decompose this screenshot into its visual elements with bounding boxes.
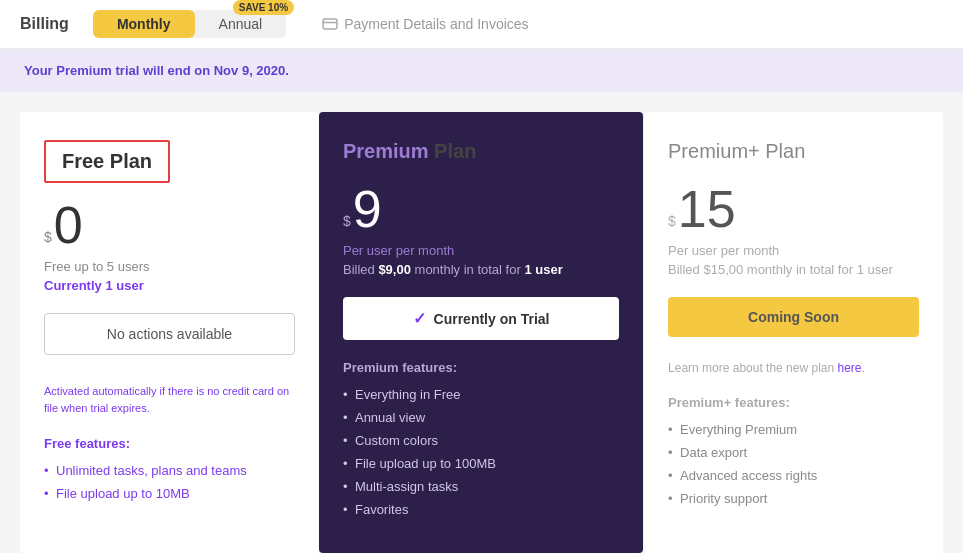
list-item: Data export [668,445,919,460]
list-item: File upload up to 100MB [343,456,619,471]
free-currently-value: 1 user [105,278,143,293]
premium-features-list: Everything in Free Annual view Custom co… [343,387,619,517]
page-wrapper: Billing Monthly Annual SAVE 10% Payment … [0,0,963,553]
premium-plus-plan-card: Premium+ Plan $ 15 Per user per month Bi… [643,112,943,553]
trial-banner-text-before: Your Premium trial will end on [24,63,214,78]
trial-button[interactable]: ✓ Currently on Trial [343,297,619,340]
list-item: Everything Premium [668,422,919,437]
header: Billing Monthly Annual SAVE 10% Payment … [0,0,963,49]
free-features-list: Unlimited tasks, plans and teams File up… [44,463,295,501]
trial-banner: Your Premium trial will end on Nov 9, 20… [0,49,963,92]
premium-billed: Billed $9,00 monthly in total for 1 user [343,262,619,277]
premium-plan-title: Premium Plan [343,140,619,163]
list-item: Everything in Free [343,387,619,402]
list-item: Unlimited tasks, plans and teams [44,463,295,478]
free-plan-title-box: Free Plan [44,140,170,183]
free-price-row: $ 0 [44,199,295,251]
billing-toggle: Monthly Annual SAVE 10% [93,10,286,38]
premium-plus-price-sign: $ [668,213,676,229]
premium-title-rest: Plan [429,140,477,162]
payment-icon [322,16,338,32]
premium-price-row: $ 9 [343,183,619,235]
list-item: Multi-assign tasks [343,479,619,494]
free-note-text: Activated automatically if there is no c… [44,385,289,414]
free-price-number: 0 [54,199,83,251]
premium-price-sign: $ [343,213,351,229]
list-item: File upload up to 10MB [44,486,295,501]
list-item: Advanced access rights [668,468,919,483]
billing-label: Billing [20,15,69,33]
premium-plus-price-number: 15 [678,183,736,235]
premium-plus-billed: Billed $15,00 monthly in total for 1 use… [668,262,919,277]
svg-rect-0 [323,19,337,29]
free-plan-card: Free Plan $ 0 Free up to 5 users Current… [20,112,319,553]
trial-banner-date: Nov 9, 2020 [214,63,286,78]
free-currently: Currently 1 user [44,278,295,293]
trial-banner-text-after: . [285,63,289,78]
coming-soon-link[interactable]: here [837,361,861,375]
payment-link-label: Payment Details and Invoices [344,16,528,32]
premium-plus-price-row: $ 15 [668,183,919,235]
premium-plus-subtitle: Per user per month [668,243,919,258]
free-currently-label: Currently [44,278,105,293]
free-up-to: Free up to 5 users [44,259,295,274]
premium-price-number: 9 [353,183,382,235]
premium-title-colored: Premium [343,140,429,162]
premium-billed-amount: $9,00 [378,262,411,277]
trial-button-label: Currently on Trial [434,311,550,327]
coming-soon-note: Learn more about the new plan here. [668,361,919,375]
coming-soon-button[interactable]: Coming Soon [668,297,919,337]
premium-billed-users: 1 user [524,262,562,277]
premium-plan-card: Premium Plan $ 9 Per user per month Bill… [319,112,643,553]
list-item: Priority support [668,491,919,506]
premium-plus-title: Premium+ Plan [668,140,919,163]
premium-plus-features-label: Premium+ features: [668,395,919,410]
monthly-toggle[interactable]: Monthly [93,10,195,38]
free-note: Activated automatically if there is no c… [44,383,295,416]
free-price-sign: $ [44,229,52,245]
free-no-action-button[interactable]: No actions available [44,313,295,355]
premium-plus-features-list: Everything Premium Data export Advanced … [668,422,919,506]
free-features-label: Free features: [44,436,295,451]
free-plan-title: Free Plan [62,150,152,173]
payment-details-link[interactable]: Payment Details and Invoices [322,16,528,32]
list-item: Annual view [343,410,619,425]
premium-features-label: Premium features: [343,360,619,375]
premium-subtitle: Per user per month [343,243,619,258]
list-item: Custom colors [343,433,619,448]
check-icon: ✓ [413,309,426,328]
save-badge: SAVE 10% [233,0,294,15]
list-item: Favorites [343,502,619,517]
plans-container: Free Plan $ 0 Free up to 5 users Current… [0,92,963,553]
